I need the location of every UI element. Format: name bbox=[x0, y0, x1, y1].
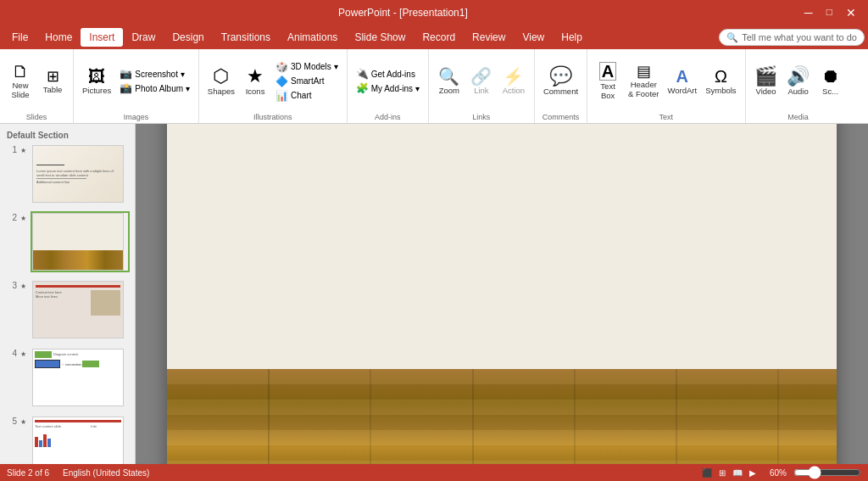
screen-recording-icon: ⏺ bbox=[821, 67, 840, 86]
view-controls: ⬛ ⊞ 📖 ▶ 60% bbox=[702, 468, 861, 478]
slide-thumb-4[interactable]: 4 ★ Diagram content → connection bbox=[3, 345, 131, 410]
smartart-icon: 🔷 bbox=[275, 76, 288, 87]
floor-planks bbox=[167, 369, 837, 465]
photo-album-icon: 📸 bbox=[120, 82, 132, 94]
menu-home[interactable]: Home bbox=[36, 28, 81, 47]
ribbon-group-media: 🎬 Video 🔊 Audio ⏺ Sc... Media bbox=[746, 49, 851, 123]
ribbon-group-comments: 💬 Comment Comments bbox=[535, 49, 587, 123]
screenshot-icon: 📷 bbox=[120, 68, 132, 80]
canvas-area[interactable] bbox=[136, 124, 868, 464]
reading-view-button[interactable]: 📖 bbox=[732, 468, 743, 478]
new-slide-button[interactable]: 🗋 NewSlide bbox=[5, 61, 36, 101]
slideshow-button[interactable]: ▶ bbox=[749, 468, 756, 478]
links-group-items: 🔍 Zoom 🔗 Link ⚡ Action bbox=[434, 51, 529, 111]
link-button[interactable]: 🔗 Link bbox=[466, 66, 497, 97]
comment-icon: 💬 bbox=[549, 67, 572, 86]
text-group-label: Text bbox=[659, 113, 674, 121]
screenshot-photoalbum-group: 📷 Screenshot ▾ 📸 Photo Album ▾ bbox=[116, 67, 192, 95]
menu-design[interactable]: Design bbox=[164, 28, 212, 47]
menu-view[interactable]: View bbox=[514, 28, 553, 47]
slide-wall bbox=[167, 124, 837, 369]
slides-group-items: 🗋 NewSlide ⊞ Table bbox=[5, 51, 68, 111]
menu-transitions[interactable]: Transitions bbox=[213, 28, 279, 47]
chart-button[interactable]: 📊 Chart bbox=[272, 89, 342, 103]
links-group-label: Links bbox=[472, 113, 490, 121]
slide-thumb-1[interactable]: 1 ★ ▬▬▬▬▬▬▬▬▬▬▬ Lorem ipsum text content… bbox=[3, 142, 131, 206]
comment-button[interactable]: 💬 Comment bbox=[540, 65, 581, 98]
3d-smartart-chart-group: 🎲 3D Models ▾ 🔷 SmartArt 📊 Chart bbox=[272, 60, 342, 103]
addins-group-items: 🔌 Get Add-ins 🧩 My Add-ins ▾ bbox=[353, 51, 423, 111]
wordart-icon: A bbox=[676, 68, 688, 85]
title-bar: PowerPoint - [Presentation1] ─ □ ✕ bbox=[0, 0, 868, 25]
slide-thumb-2[interactable]: 2 ★ bbox=[3, 210, 131, 274]
photo-album-button[interactable]: 📸 Photo Album ▾ bbox=[116, 81, 192, 95]
get-addins-icon: 🔌 bbox=[356, 68, 369, 80]
wordart-button[interactable]: A WordArt bbox=[665, 66, 701, 97]
slide-thumb-3[interactable]: 3 ★ Content text here More text lines bbox=[3, 277, 131, 342]
addins-group-label: Add-ins bbox=[375, 113, 401, 121]
title-bar-title: PowerPoint - [Presentation1] bbox=[7, 7, 799, 19]
status-bar: Slide 2 of 6 English (United States) ⬛ ⊞… bbox=[0, 464, 868, 481]
screen-recording-button[interactable]: ⏺ Sc... bbox=[815, 65, 846, 98]
audio-icon: 🔊 bbox=[787, 67, 810, 86]
zoom-slider[interactable] bbox=[793, 469, 861, 476]
zoom-button[interactable]: 🔍 Zoom bbox=[434, 66, 465, 97]
menu-file[interactable]: File bbox=[3, 28, 36, 47]
language-info: English (United States) bbox=[63, 468, 149, 478]
my-addins-button[interactable]: 🧩 My Add-ins ▾ bbox=[353, 81, 423, 95]
slide-img-2[interactable] bbox=[31, 211, 130, 272]
header-footer-button[interactable]: ▤ Header& Footer bbox=[625, 62, 662, 100]
smartart-button[interactable]: 🔷 SmartArt bbox=[272, 75, 342, 88]
video-button[interactable]: 🎬 Video bbox=[751, 65, 782, 98]
maximize-btn[interactable]: □ bbox=[821, 6, 837, 20]
video-icon: 🎬 bbox=[754, 67, 777, 86]
slide-panel[interactable]: Default Section 1 ★ ▬▬▬▬▬▬▬▬▬▬▬ Lorem ip… bbox=[0, 124, 136, 464]
section-header: Default Section bbox=[3, 127, 131, 142]
pictures-button[interactable]: 🖼 Pictures bbox=[79, 66, 114, 97]
slide-img-5[interactable]: Text content slide Info bbox=[31, 415, 130, 464]
text-box-icon: A bbox=[599, 62, 616, 81]
3d-models-icon: 🎲 bbox=[275, 61, 288, 73]
close-btn[interactable]: ✕ bbox=[841, 6, 861, 20]
shapes-button[interactable]: ⬡ Shapes bbox=[204, 65, 238, 98]
menu-record[interactable]: Record bbox=[414, 28, 464, 47]
menu-bar: File Home Insert Draw Design Transitions… bbox=[0, 25, 868, 49]
3d-models-button[interactable]: 🎲 3D Models ▾ bbox=[272, 60, 342, 74]
slide-sorter-button[interactable]: ⊞ bbox=[719, 468, 726, 478]
new-slide-icon: 🗋 bbox=[12, 63, 29, 80]
menu-insert[interactable]: Insert bbox=[81, 28, 123, 47]
menu-animations[interactable]: Animations bbox=[279, 28, 346, 47]
slides-group-label: Slides bbox=[26, 113, 47, 121]
ribbon-group-links: 🔍 Zoom 🔗 Link ⚡ Action Links bbox=[429, 49, 535, 123]
pictures-icon: 🖼 bbox=[88, 68, 105, 85]
zoom-level: 60% bbox=[770, 468, 787, 478]
link-icon: 🔗 bbox=[470, 68, 492, 85]
slide-img-4[interactable]: Diagram content → connection bbox=[31, 347, 130, 408]
media-group-label: Media bbox=[787, 113, 809, 121]
table-button[interactable]: ⊞ Table bbox=[37, 67, 68, 96]
audio-button[interactable]: 🔊 Audio bbox=[783, 65, 814, 98]
slide-thumb-5[interactable]: 5 ★ Text content slide bbox=[3, 413, 131, 464]
normal-view-button[interactable]: ⬛ bbox=[702, 468, 712, 478]
menu-help[interactable]: Help bbox=[553, 28, 591, 47]
tell-me-placeholder: Tell me what you want to do bbox=[742, 32, 857, 42]
get-addins-button[interactable]: 🔌 Get Add-ins bbox=[353, 67, 423, 81]
action-button[interactable]: ⚡ Action bbox=[498, 66, 529, 97]
menu-draw[interactable]: Draw bbox=[123, 28, 164, 47]
slide-img-1[interactable]: ▬▬▬▬▬▬▬▬▬▬▬ Lorem ipsum text content her… bbox=[31, 143, 130, 204]
tell-me-bar[interactable]: 🔍 Tell me what you want to do bbox=[719, 29, 865, 46]
images-group-items: 🖼 Pictures 📷 Screenshot ▾ 📸 Photo Album … bbox=[79, 51, 193, 111]
icons-button[interactable]: ★ Icons bbox=[240, 65, 270, 98]
minimize-btn[interactable]: ─ bbox=[799, 6, 818, 20]
my-addins-icon: 🧩 bbox=[356, 82, 369, 94]
text-box-button[interactable]: A TextBox bbox=[593, 60, 623, 102]
slide-img-3[interactable]: Content text here More text lines bbox=[31, 279, 130, 340]
zoom-icon: 🔍 bbox=[438, 68, 459, 85]
ribbon-group-images: 🖼 Pictures 📷 Screenshot ▾ 📸 Photo Album … bbox=[74, 49, 199, 123]
symbols-button[interactable]: Ω Symbols bbox=[702, 66, 739, 97]
addins-btn-group: 🔌 Get Add-ins 🧩 My Add-ins ▾ bbox=[353, 67, 423, 95]
illustrations-group-items: ⬡ Shapes ★ Icons 🎲 3D Models ▾ 🔷 SmartAr… bbox=[204, 51, 342, 111]
menu-slideshow[interactable]: Slide Show bbox=[346, 28, 414, 47]
screenshot-button[interactable]: 📷 Screenshot ▾ bbox=[116, 67, 192, 81]
menu-review[interactable]: Review bbox=[464, 28, 514, 47]
